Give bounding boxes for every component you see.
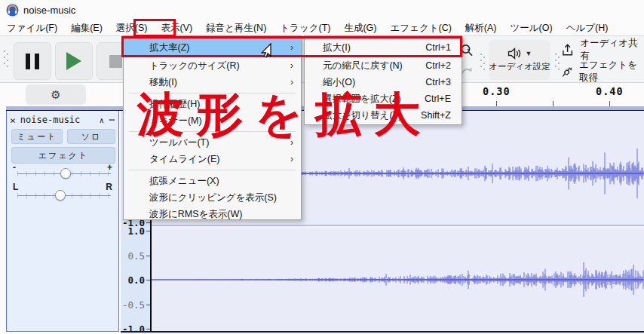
menubar-item-1[interactable]: 編集(E) xyxy=(64,20,109,36)
pan-slider-thumb[interactable] xyxy=(55,190,66,201)
menubar-item-0[interactable]: ファイル(F) xyxy=(0,20,64,36)
timeline-tick xyxy=(609,101,610,106)
view-menu-item-10[interactable]: 拡張メニュー(X) xyxy=(124,173,301,189)
annotation-text: 波形を拡大 xyxy=(137,83,432,146)
menu-item-label: 元の縮尺に戻す(N) xyxy=(323,60,403,72)
speaker-icon xyxy=(508,47,522,60)
timeline-label: 0.30 xyxy=(483,85,511,97)
collapse-track-icon[interactable]: ∧ xyxy=(100,116,104,124)
menu-item-label: タイムライン(E) xyxy=(149,153,219,166)
pan-left-label: L xyxy=(13,182,18,192)
mute-button[interactable]: ミュート xyxy=(11,129,63,144)
annotation-box-view-menu xyxy=(133,19,176,37)
menu-separator xyxy=(129,170,296,170)
menubar-item-6[interactable]: 生成(G) xyxy=(337,20,383,36)
menu-item-label: 拡張メニュー(X) xyxy=(149,175,219,188)
grip-handle[interactable] xyxy=(4,51,11,70)
gain-slider[interactable] xyxy=(17,170,111,177)
audacity-window: noise-music ファイル(F)編集(E)選択(S)表示(V)録音と再生(… xyxy=(0,0,644,334)
play-button[interactable] xyxy=(55,42,93,80)
timeline-tick xyxy=(496,101,497,106)
get-effects-label: エフェクトを取得 xyxy=(579,59,644,84)
track-header: × noise-music ∧ ⋯ xyxy=(10,114,115,126)
effects-button[interactable]: エフェクト xyxy=(11,147,115,164)
submenu-arrow-icon: › xyxy=(290,60,293,71)
track-control-panel: × noise-music ∧ ⋯ ミュート ソロ エフェクト - + L R xyxy=(6,111,119,332)
audio-share-button[interactable]: オーディオ共有 xyxy=(561,40,644,60)
track-menu-icon[interactable]: ⋯ xyxy=(109,115,115,125)
scale-label: -0.5 xyxy=(122,299,145,310)
grip-handle[interactable] xyxy=(480,54,487,73)
view-menu-item-1[interactable]: トラックのサイズ(R)› xyxy=(124,57,301,74)
zoom-submenu-item-1[interactable]: 元の縮尺に戻す(N)Ctrl+2 xyxy=(305,57,462,74)
timeline-tick xyxy=(553,101,554,106)
audio-setup-button[interactable]: ▼ オーディオ設定 xyxy=(489,40,550,80)
pause-button[interactable] xyxy=(14,42,51,80)
menubar-item-8[interactable]: 解析(A) xyxy=(458,20,504,36)
view-menu-item-12[interactable]: 波形にRMSを表示(W) xyxy=(124,206,301,222)
scale-label: 1.0 xyxy=(127,225,145,237)
pause-icon xyxy=(26,54,39,69)
menubar-item-4[interactable]: 録音と再生(N) xyxy=(199,20,273,36)
get-effects-button[interactable]: エフェクトを取得 xyxy=(561,62,644,81)
pan-slider[interactable] xyxy=(17,192,111,199)
annotation-box-zoom-in xyxy=(121,36,462,57)
submenu-arrow-icon: › xyxy=(290,154,293,164)
stop-icon xyxy=(109,55,122,68)
pan-right-label: R xyxy=(106,182,112,192)
menubar-item-5[interactable]: トラック(T) xyxy=(273,20,337,36)
plug-icon xyxy=(561,65,573,79)
track-name[interactable]: noise-music xyxy=(20,115,80,125)
play-icon xyxy=(66,52,81,70)
gain-minus-label: - xyxy=(13,162,16,173)
scale-label: 0.5 xyxy=(127,250,145,261)
view-menu-item-11[interactable]: 波形にクリッピングを表示(S) xyxy=(124,189,301,206)
menu-item-label: トラックのサイズ(R) xyxy=(149,60,240,72)
share-upload-icon xyxy=(561,43,574,57)
view-menu-item-8[interactable]: タイムライン(E)› xyxy=(124,151,301,167)
waveform-channel-right[interactable] xyxy=(152,228,644,331)
chevron-down-icon: ▼ xyxy=(526,50,532,57)
title-bar: noise-music xyxy=(0,0,644,20)
menu-bar: ファイル(F)編集(E)選択(S)表示(V)録音と再生(N)トラック(T)生成(… xyxy=(0,20,644,35)
gain-slider-thumb[interactable] xyxy=(60,168,71,179)
timeline-label: 0.40 xyxy=(596,85,624,97)
window-title: noise-music xyxy=(23,5,75,16)
close-track-icon[interactable]: × xyxy=(10,115,16,126)
menu-item-label: 波形にRMSを表示(W) xyxy=(149,208,243,221)
audacity-logo-icon xyxy=(6,4,19,17)
menu-item-shortcut: Ctrl+2 xyxy=(425,60,451,71)
gear-icon: ⚙ xyxy=(51,88,60,102)
menubar-item-10[interactable]: ヘルプ(H) xyxy=(560,20,615,36)
menubar-item-7[interactable]: エフェクト(C) xyxy=(384,20,458,36)
timeline-options-button[interactable]: ⚙ xyxy=(26,84,86,105)
menu-item-label: 波形にクリッピングを表示(S) xyxy=(149,192,277,204)
mouse-cursor xyxy=(261,43,273,60)
menubar-item-9[interactable]: ツール(O) xyxy=(504,20,560,36)
audio-setup-label: オーディオ設定 xyxy=(489,61,550,72)
scale-label: 0.0 xyxy=(127,274,145,286)
solo-button[interactable]: ソロ xyxy=(67,129,115,144)
